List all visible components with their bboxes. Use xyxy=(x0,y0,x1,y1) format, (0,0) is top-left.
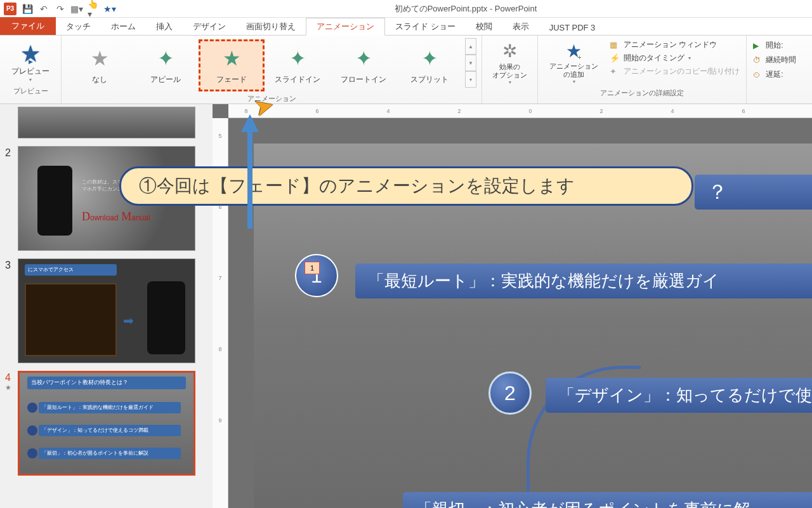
redo-icon[interactable]: ↷ xyxy=(55,3,66,15)
effect-options-button[interactable]: ✲ 効果の オプション ▾ xyxy=(487,38,532,88)
star-icon: ★ xyxy=(91,46,109,70)
slide-title-bar[interactable]: ？ xyxy=(695,175,812,210)
tab-file[interactable]: ファイル xyxy=(0,17,56,35)
thumb-1[interactable] xyxy=(18,107,195,138)
window-title: 初めてのPowerPoint.pptx - PowerPoint xyxy=(119,3,812,15)
tab-justpdf[interactable]: JUST PDF 3 xyxy=(539,20,606,35)
gallery-scroll: ▲ ▼ ▾ xyxy=(465,38,476,88)
animation-pane-button[interactable]: ▦アニメーション ウィンドウ xyxy=(610,38,740,51)
ribbon: ★ ▶ プレビュー ▾ プレビュー ★なし ✦アピール ★フェード ✦スライドイ… xyxy=(0,36,812,104)
group-timing: ▶開始: ⏱継続時間 ⏲遅延: xyxy=(747,36,802,104)
star-icon: ✦ xyxy=(355,46,372,70)
item-bar-1[interactable]: 「最短ルート」：実践的な機能だけを厳選ガイ xyxy=(355,264,812,298)
anim-floatin[interactable]: ✦フロートイン xyxy=(331,39,396,91)
effect-options-icon: ✲ xyxy=(502,41,517,62)
touch-mode-icon[interactable]: 👆▾ xyxy=(88,3,99,15)
painter-icon: ✦ xyxy=(610,67,620,76)
anim-split[interactable]: ✦スプリット xyxy=(396,39,462,91)
thumb-3[interactable]: にスマホでアクセス ➡ xyxy=(18,258,195,363)
clock-icon: ⏱ xyxy=(753,56,762,65)
tab-insert[interactable]: 挿入 xyxy=(146,18,183,35)
anim-appear[interactable]: ✦アピール xyxy=(133,39,199,91)
preview-button[interactable]: ★ ▶ プレビュー ▾ xyxy=(5,38,56,85)
trigger-icon: ⚡ xyxy=(610,53,620,63)
group-animation-gallery: ★なし ✦アピール ★フェード ✦スライドイン ✦フロートイン ✦スプリット ▲… xyxy=(62,36,482,104)
ribbon-tabs: ファイル タッチ ホーム 挿入 デザイン 画面切り替え アニメーション スライド… xyxy=(0,18,812,36)
favorite-icon[interactable]: ★▾ xyxy=(104,3,115,15)
tab-view[interactable]: 表示 xyxy=(502,18,539,35)
anim-fade[interactable]: ★フェード xyxy=(199,39,265,91)
trigger-button[interactable]: ⚡開始のタイミング ▾ xyxy=(610,51,740,65)
circle-2[interactable]: 2 xyxy=(488,371,532,415)
tab-transitions[interactable]: 画面切り替え xyxy=(236,18,306,35)
slide-editor: 86420246 56789 xyxy=(213,104,812,508)
thumb-4-row[interactable]: 4★ 当校パワーポイント教材の特長とは？ 「最短ルート」：実践的な機能だけを厳選… xyxy=(5,371,207,476)
workspace: 2 この教材は、スマホにダウンロードします。 スマホ片手にカンニングで、もう暗記… xyxy=(0,104,812,508)
item-bar-3[interactable]: 「親切」：初心者が困るポイントを事前に解 xyxy=(403,492,812,508)
undo-icon[interactable]: ↶ xyxy=(38,3,49,15)
app-icon: P3 xyxy=(4,3,16,15)
animation-painter-button[interactable]: ✦アニメーションのコピー/貼り付け xyxy=(610,65,740,78)
ruler-horizontal: 86420246 xyxy=(228,104,812,118)
star-icon: ★ xyxy=(223,46,241,70)
anim-flyin[interactable]: ✦スライドイン xyxy=(265,39,331,91)
slide-thumbnails: 2 この教材は、スマホにダウンロードします。 スマホ片手にカンニングで、もう暗記… xyxy=(0,104,213,508)
group-preview: ★ ▶ プレビュー ▾ プレビュー xyxy=(0,36,62,104)
clock-icon: ⏲ xyxy=(753,70,762,79)
item-bar-2[interactable]: 「デザイン」：知ってるだけで使えるコツ xyxy=(546,378,812,413)
new-slide-icon[interactable]: ▦▾ xyxy=(71,3,82,15)
animation-order-tag[interactable]: 1 xyxy=(304,262,320,274)
circle-1[interactable]: 1 xyxy=(295,254,338,297)
gallery-more-icon[interactable]: ▾ xyxy=(465,71,476,88)
gallery-down-icon[interactable]: ▼ xyxy=(465,55,476,71)
tab-touch[interactable]: タッチ xyxy=(56,18,101,35)
add-animation-button[interactable]: ★ + アニメーション の追加 ▾ xyxy=(544,38,603,87)
save-icon[interactable]: 💾 xyxy=(22,3,33,15)
gallery-up-icon[interactable]: ▲ xyxy=(465,38,476,55)
timing-duration[interactable]: ⏱継続時間 xyxy=(753,53,796,67)
tab-design[interactable]: デザイン xyxy=(183,18,236,35)
group-effect-options: ✲ 効果の オプション ▾ xyxy=(482,36,538,104)
tab-animations[interactable]: アニメーション xyxy=(306,18,385,36)
star-icon: ✦ xyxy=(157,46,174,70)
thumb-4-number: 4★ xyxy=(5,371,18,476)
instruction-callout: ①今回は【フェード】のアニメーションを設定します xyxy=(119,166,693,206)
thumb-4[interactable]: 当校パワーポイント教材の特長とは？ 「最短ルート」：実践的な機能だけを厳選ガイド… xyxy=(18,371,195,476)
thumb-2-number: 2 xyxy=(5,146,18,251)
quick-access-toolbar: P3 💾 ↶ ↷ ▦▾ 👆▾ ★▾ xyxy=(0,3,119,15)
thumb-3-number: 3 xyxy=(5,258,18,363)
timing-delay[interactable]: ⏲遅延: xyxy=(753,67,796,82)
play-icon: ▶ xyxy=(753,41,762,50)
animation-gallery: ★なし ✦アピール ★フェード ✦スライドイン ✦フロートイン ✦スプリット ▲… xyxy=(67,38,476,93)
group-advanced-animation: ★ + アニメーション の追加 ▾ ▦アニメーション ウィンドウ ⚡開始のタイミ… xyxy=(538,36,747,104)
anim-none[interactable]: ★なし xyxy=(67,39,133,91)
star-icon: ✦ xyxy=(421,46,438,70)
animation-pane-icon: ▦ xyxy=(610,40,620,50)
tab-home[interactable]: ホーム xyxy=(101,18,146,35)
tab-slideshow[interactable]: スライド ショー xyxy=(385,18,466,35)
tab-review[interactable]: 校閲 xyxy=(466,18,502,35)
thumb-3-row[interactable]: 3 にスマホでアクセス ➡ xyxy=(5,258,207,363)
title-bar: P3 💾 ↶ ↷ ▦▾ 👆▾ ★▾ 初めてのPowerPoint.pptx - … xyxy=(0,0,812,18)
timing-start[interactable]: ▶開始: xyxy=(753,38,796,53)
thumb-1-row[interactable] xyxy=(5,107,207,138)
star-icon: ✦ xyxy=(289,46,306,70)
